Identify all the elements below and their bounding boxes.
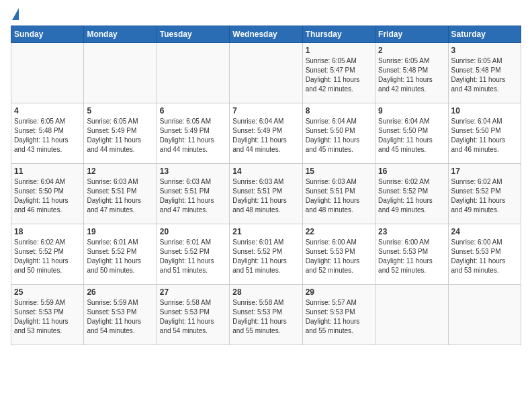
day-number: 21 xyxy=(232,227,299,236)
day-info: Sunrise: 6:03 AM Sunset: 5:51 PM Dayligh… xyxy=(232,177,299,215)
calendar-cell xyxy=(230,43,302,103)
calendar-cell: 24Sunrise: 6:00 AM Sunset: 5:53 PM Dayli… xyxy=(448,224,521,285)
day-info: Sunrise: 6:03 AM Sunset: 5:51 PM Dayligh… xyxy=(306,177,372,215)
calendar-cell: 2Sunrise: 6:05 AM Sunset: 5:48 PM Daylig… xyxy=(375,43,448,103)
day-number: 13 xyxy=(160,167,226,176)
day-info: Sunrise: 6:04 AM Sunset: 5:50 PM Dayligh… xyxy=(451,117,518,154)
calendar-table: SundayMondayTuesdayWednesdayThursdayFrid… xyxy=(11,26,521,345)
calendar-cell: 26Sunrise: 5:59 AM Sunset: 5:53 PM Dayli… xyxy=(84,285,157,345)
calendar-cell xyxy=(448,285,521,345)
day-info: Sunrise: 5:58 AM Sunset: 5:53 PM Dayligh… xyxy=(232,298,299,336)
day-info: Sunrise: 6:02 AM Sunset: 5:52 PM Dayligh… xyxy=(451,177,518,215)
day-number: 7 xyxy=(232,106,299,116)
calendar-week-4: 25Sunrise: 5:59 AM Sunset: 5:53 PM Dayli… xyxy=(11,285,521,345)
calendar-cell: 28Sunrise: 5:58 AM Sunset: 5:53 PM Dayli… xyxy=(230,285,302,345)
day-info: Sunrise: 6:04 AM Sunset: 5:50 PM Dayligh… xyxy=(14,177,81,215)
header-monday: Monday xyxy=(84,26,157,43)
calendar-cell xyxy=(84,43,157,103)
logo-triangle-icon xyxy=(12,8,19,20)
calendar-cell: 16Sunrise: 6:02 AM Sunset: 5:52 PM Dayli… xyxy=(375,164,448,224)
calendar-cell: 6Sunrise: 6:05 AM Sunset: 5:49 PM Daylig… xyxy=(157,103,229,164)
day-info: Sunrise: 6:00 AM Sunset: 5:53 PM Dayligh… xyxy=(306,238,372,275)
day-info: Sunrise: 6:04 AM Sunset: 5:50 PM Dayligh… xyxy=(306,117,372,154)
header-friday: Friday xyxy=(375,26,448,43)
day-info: Sunrise: 6:05 AM Sunset: 5:47 PM Dayligh… xyxy=(306,56,372,94)
day-info: Sunrise: 6:05 AM Sunset: 5:49 PM Dayligh… xyxy=(160,117,226,154)
calendar-cell xyxy=(375,285,448,345)
day-info: Sunrise: 6:05 AM Sunset: 5:48 PM Dayligh… xyxy=(378,56,445,94)
day-number: 8 xyxy=(306,106,372,116)
day-number: 20 xyxy=(160,227,226,236)
day-number: 17 xyxy=(451,167,518,176)
calendar-header-row: SundayMondayTuesdayWednesdayThursdayFrid… xyxy=(11,26,521,43)
day-info: Sunrise: 5:59 AM Sunset: 5:53 PM Dayligh… xyxy=(14,298,81,336)
calendar-cell: 12Sunrise: 6:03 AM Sunset: 5:51 PM Dayli… xyxy=(84,164,157,224)
header-sunday: Sunday xyxy=(11,26,84,43)
day-number: 6 xyxy=(160,106,226,116)
calendar-cell: 20Sunrise: 6:01 AM Sunset: 5:52 PM Dayli… xyxy=(157,224,229,285)
header-saturday: Saturday xyxy=(448,26,521,43)
day-info: Sunrise: 6:04 AM Sunset: 5:49 PM Dayligh… xyxy=(232,117,299,154)
day-number: 22 xyxy=(306,227,372,236)
calendar-cell: 8Sunrise: 6:04 AM Sunset: 5:50 PM Daylig… xyxy=(302,103,375,164)
calendar-week-3: 18Sunrise: 6:02 AM Sunset: 5:52 PM Dayli… xyxy=(11,224,521,285)
calendar-cell: 18Sunrise: 6:02 AM Sunset: 5:52 PM Dayli… xyxy=(11,224,84,285)
calendar-cell: 3Sunrise: 6:05 AM Sunset: 5:48 PM Daylig… xyxy=(448,43,521,103)
day-number: 4 xyxy=(14,106,81,116)
calendar-cell: 21Sunrise: 6:01 AM Sunset: 5:52 PM Dayli… xyxy=(230,224,302,285)
day-number: 14 xyxy=(232,167,299,176)
calendar-cell: 19Sunrise: 6:01 AM Sunset: 5:52 PM Dayli… xyxy=(84,224,157,285)
calendar-cell: 13Sunrise: 6:03 AM Sunset: 5:51 PM Dayli… xyxy=(157,164,229,224)
day-info: Sunrise: 5:57 AM Sunset: 5:53 PM Dayligh… xyxy=(306,298,372,336)
day-info: Sunrise: 6:01 AM Sunset: 5:52 PM Dayligh… xyxy=(232,238,299,275)
logo xyxy=(11,11,19,20)
calendar-cell: 7Sunrise: 6:04 AM Sunset: 5:49 PM Daylig… xyxy=(230,103,302,164)
calendar-cell: 17Sunrise: 6:02 AM Sunset: 5:52 PM Dayli… xyxy=(448,164,521,224)
day-number: 10 xyxy=(451,106,518,116)
header xyxy=(11,11,521,20)
day-info: Sunrise: 6:02 AM Sunset: 5:52 PM Dayligh… xyxy=(378,177,445,215)
day-info: Sunrise: 6:03 AM Sunset: 5:51 PM Dayligh… xyxy=(87,177,153,215)
calendar-cell: 27Sunrise: 5:58 AM Sunset: 5:53 PM Dayli… xyxy=(157,285,229,345)
calendar-cell: 5Sunrise: 6:05 AM Sunset: 5:49 PM Daylig… xyxy=(84,103,157,164)
day-info: Sunrise: 6:04 AM Sunset: 5:50 PM Dayligh… xyxy=(378,117,445,154)
day-number: 9 xyxy=(378,106,445,116)
calendar-cell xyxy=(11,43,84,103)
header-wednesday: Wednesday xyxy=(230,26,302,43)
day-info: Sunrise: 6:00 AM Sunset: 5:53 PM Dayligh… xyxy=(378,238,445,275)
day-info: Sunrise: 6:05 AM Sunset: 5:48 PM Dayligh… xyxy=(451,56,518,94)
day-number: 24 xyxy=(451,227,518,236)
calendar-cell: 10Sunrise: 6:04 AM Sunset: 5:50 PM Dayli… xyxy=(448,103,521,164)
calendar-cell: 1Sunrise: 6:05 AM Sunset: 5:47 PM Daylig… xyxy=(302,43,375,103)
calendar-cell: 15Sunrise: 6:03 AM Sunset: 5:51 PM Dayli… xyxy=(302,164,375,224)
day-info: Sunrise: 6:01 AM Sunset: 5:52 PM Dayligh… xyxy=(160,238,226,275)
day-number: 19 xyxy=(87,227,153,236)
day-number: 26 xyxy=(87,287,153,297)
day-info: Sunrise: 5:59 AM Sunset: 5:53 PM Dayligh… xyxy=(87,298,153,336)
day-number: 29 xyxy=(306,287,372,297)
calendar-cell: 29Sunrise: 5:57 AM Sunset: 5:53 PM Dayli… xyxy=(302,285,375,345)
day-number: 18 xyxy=(14,227,81,236)
day-number: 5 xyxy=(87,106,153,116)
day-number: 2 xyxy=(378,46,445,55)
calendar-cell: 14Sunrise: 6:03 AM Sunset: 5:51 PM Dayli… xyxy=(230,164,302,224)
calendar-cell: 11Sunrise: 6:04 AM Sunset: 5:50 PM Dayli… xyxy=(11,164,84,224)
calendar-cell: 23Sunrise: 6:00 AM Sunset: 5:53 PM Dayli… xyxy=(375,224,448,285)
calendar-week-0: 1Sunrise: 6:05 AM Sunset: 5:47 PM Daylig… xyxy=(11,43,521,103)
day-number: 3 xyxy=(451,46,518,55)
day-number: 1 xyxy=(306,46,372,55)
day-info: Sunrise: 6:05 AM Sunset: 5:48 PM Dayligh… xyxy=(14,117,81,154)
calendar-week-1: 4Sunrise: 6:05 AM Sunset: 5:48 PM Daylig… xyxy=(11,103,521,164)
day-number: 25 xyxy=(14,287,81,297)
header-thursday: Thursday xyxy=(302,26,375,43)
calendar-cell: 4Sunrise: 6:05 AM Sunset: 5:48 PM Daylig… xyxy=(11,103,84,164)
calendar-cell xyxy=(157,43,229,103)
day-info: Sunrise: 5:58 AM Sunset: 5:53 PM Dayligh… xyxy=(160,298,226,336)
day-number: 12 xyxy=(87,167,153,176)
day-info: Sunrise: 6:03 AM Sunset: 5:51 PM Dayligh… xyxy=(160,177,226,215)
day-info: Sunrise: 6:01 AM Sunset: 5:52 PM Dayligh… xyxy=(87,238,153,275)
day-info: Sunrise: 6:05 AM Sunset: 5:49 PM Dayligh… xyxy=(87,117,153,154)
calendar-cell: 22Sunrise: 6:00 AM Sunset: 5:53 PM Dayli… xyxy=(302,224,375,285)
calendar-cell: 9Sunrise: 6:04 AM Sunset: 5:50 PM Daylig… xyxy=(375,103,448,164)
day-number: 16 xyxy=(378,167,445,176)
